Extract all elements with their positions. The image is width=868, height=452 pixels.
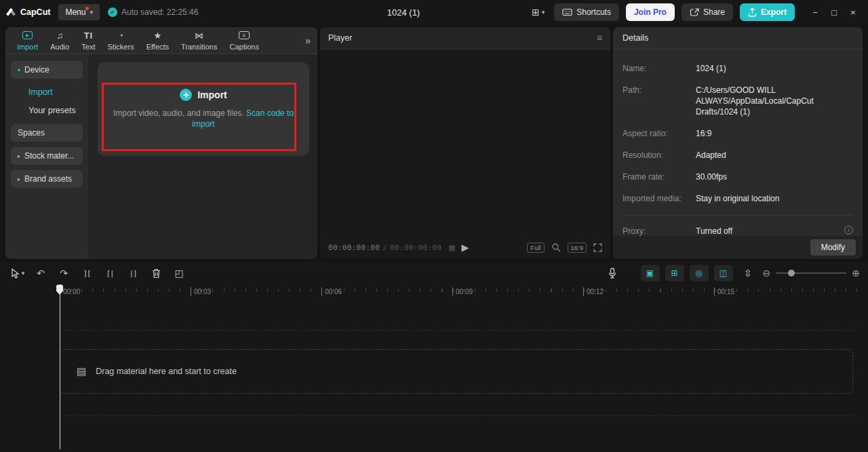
current-timecode: 00:00:00:00 — [328, 243, 380, 252]
minimize-button[interactable]: − — [806, 3, 825, 21]
sidebar-stock-label: Stock mater... — [24, 151, 74, 161]
details-panel: Details Name: 1024 (1) Path: C:/Users/GO… — [613, 27, 863, 259]
effects-star-icon: ★ — [154, 30, 162, 41]
menu-label: Menu — [65, 7, 85, 17]
tab-effects[interactable]: ★ Effects — [140, 28, 175, 54]
auto-snap-toggle[interactable]: ⊞ — [665, 265, 684, 281]
delete-left-button[interactable]: [| — [100, 264, 119, 282]
sidebar-spaces-label: Spaces — [18, 128, 45, 138]
redo-button[interactable]: ↷ — [54, 264, 73, 282]
player-menu-icon[interactable]: ≡ — [597, 33, 602, 43]
capcut-window: CapCut Menu ▾ ✓ Auto saved: 22:25:46 102… — [0, 0, 868, 452]
export-label: Export — [761, 7, 787, 17]
undo-button[interactable]: ↶ — [31, 264, 50, 282]
delete-right-button[interactable]: |] — [123, 264, 142, 282]
track-height-button[interactable]: ⇳ — [738, 264, 757, 282]
tab-import[interactable]: ▶ Import — [11, 28, 44, 54]
select-tool-button[interactable]: ▾ — [8, 264, 27, 282]
record-voiceover-button[interactable] — [603, 264, 622, 282]
tab-captions[interactable]: ≡ Captions — [223, 28, 264, 54]
cursor-icon — [11, 268, 20, 279]
empty-track-dropzone[interactable]: ▤ Drag material here and start to create — [60, 349, 853, 394]
maximize-button[interactable]: □ — [825, 3, 844, 21]
frame-settings-icon[interactable]: ▦ — [448, 243, 455, 252]
detail-row-name: Name: 1024 (1) — [623, 63, 853, 74]
aspect-ratio-button[interactable]: 16:9 — [568, 243, 587, 253]
detail-row-resolution: Resolution: Adapted — [623, 150, 853, 161]
close-button[interactable]: × — [844, 3, 863, 21]
capcut-logo-text: CapCut — [20, 7, 50, 17]
play-button[interactable]: ▶ — [462, 242, 469, 253]
full-quality-button[interactable]: Full — [527, 243, 544, 253]
timecode-separator: / — [382, 243, 387, 252]
modify-button[interactable]: Modify — [810, 239, 856, 255]
zoom-out-button[interactable]: ⊖ — [763, 268, 771, 279]
trash-icon — [152, 268, 161, 279]
timeline-ruler[interactable]: 00:00 00:03 00:06 00:09 00:12 00:15 — [0, 285, 868, 301]
player-controls: 00:00:00:00 / 00:00:00:00 ▦ ▶ Full 16:9 — [320, 236, 610, 259]
chevron-right-icon: ▸ — [18, 153, 20, 159]
player-header: Player ≡ — [320, 27, 610, 49]
fullscreen-icon[interactable] — [593, 243, 602, 252]
track-zone-divider — [60, 415, 853, 416]
chevron-down-icon: ▾ — [542, 9, 545, 16]
sidebar-item-device[interactable]: ▾ Device — [11, 61, 83, 79]
tab-stickers-label: Stickers — [108, 43, 134, 51]
sidebar-item-stock-materials[interactable]: ▸ Stock mater... — [11, 147, 83, 165]
split-button[interactable]: ][ — [77, 264, 96, 282]
playhead-line — [60, 293, 60, 449]
join-pro-button[interactable]: Join Pro — [626, 3, 675, 21]
top-bar: CapCut Menu ▾ ✓ Auto saved: 22:25:46 102… — [0, 0, 868, 24]
tab-import-label: Import — [17, 43, 38, 51]
autosave-text: Auto saved: 22:25:46 — [121, 7, 198, 17]
media-content: + Import Import video, audio, and image … — [88, 54, 317, 258]
sidebar-item-brand-assets[interactable]: ▸ Brand assets — [11, 170, 83, 188]
timeline-zoom-slider[interactable] — [776, 272, 846, 274]
layout-grid-icon: ⊞ — [532, 7, 540, 18]
sidebar-brand-label: Brand assets — [24, 174, 72, 184]
plus-icon: + — [180, 89, 192, 101]
more-tabs-button[interactable]: » — [305, 35, 311, 46]
detail-row-aspect-ratio: Aspect ratio: 16:9 — [623, 128, 853, 139]
tab-audio[interactable]: ♫ Audio — [44, 28, 75, 54]
link-clips-toggle[interactable]: ◎ — [690, 265, 709, 281]
tab-transitions-label: Transitions — [181, 43, 217, 51]
tab-text-label: Text — [81, 43, 95, 51]
import-card-title: Import — [197, 89, 227, 100]
chevron-down-icon: ▾ — [18, 67, 20, 73]
details-rows: Name: 1024 (1) Path: C:/Users/GOOD WILL … — [613, 49, 863, 237]
capcut-logo: CapCut — [5, 7, 50, 17]
preview-axis-toggle[interactable]: ◫ — [714, 265, 733, 281]
ruler-label: 00:09 — [452, 287, 473, 296]
crop-button[interactable]: ◰ — [170, 264, 189, 282]
window-controls: − □ × — [806, 3, 863, 21]
playhead[interactable] — [56, 285, 63, 449]
sidebar-item-spaces[interactable]: Spaces — [11, 124, 83, 142]
menu-button[interactable]: Menu ▾ — [58, 4, 100, 20]
microphone-icon — [608, 268, 616, 279]
zoom-in-button[interactable]: ⊕ — [852, 268, 860, 279]
workspace-layout-button[interactable]: ⊞ ▾ — [529, 7, 547, 18]
zoom-slider-handle[interactable] — [788, 270, 795, 276]
tab-stickers[interactable]: ◔ Stickers — [102, 28, 140, 54]
details-header: Details — [613, 27, 863, 49]
shortcuts-button[interactable]: Shortcuts — [554, 3, 619, 21]
import-dropzone[interactable]: + Import Import video, audio, and image … — [98, 62, 309, 156]
preview-zoom-icon[interactable] — [551, 243, 561, 252]
sidebar-item-import[interactable]: Import — [11, 87, 83, 97]
player-panel: Player ≡ 00:00:00:00 / 00:00:00:00 ▦ ▶ F… — [320, 27, 610, 259]
media-tabs: ▶ Import ♫ Audio TI Text ◔ Stickers ★ Ef… — [5, 27, 317, 54]
info-icon[interactable]: i — [844, 226, 853, 234]
tab-text[interactable]: TI Text — [75, 28, 101, 54]
ruler-label: 00:06 — [321, 287, 342, 296]
tab-captions-label: Captions — [229, 43, 258, 51]
detail-row-imported-media: Imported media: Stay in original locatio… — [623, 193, 853, 204]
menu-notification-dot — [85, 7, 89, 10]
share-button[interactable]: Share — [682, 3, 733, 21]
delete-button[interactable] — [146, 264, 165, 282]
main-track-magnet-toggle[interactable]: ▣ — [641, 265, 660, 281]
tab-transitions[interactable]: ⋈ Transitions — [175, 28, 223, 54]
media-strip-icon: ▤ — [77, 365, 86, 377]
sidebar-item-your-presets[interactable]: Your presets — [11, 106, 83, 115]
export-button[interactable]: Export — [740, 3, 795, 21]
